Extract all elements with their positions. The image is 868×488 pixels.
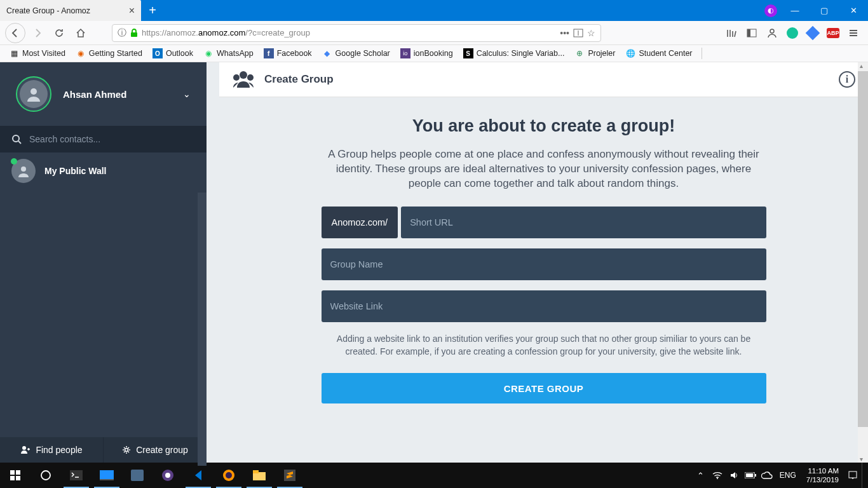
svg-rect-21 [131, 470, 144, 481]
bookmark-label: Facebook [277, 49, 312, 58]
chevron-down-icon[interactable]: ⌄ [183, 89, 191, 99]
taskbar-terminal[interactable] [61, 463, 92, 488]
wifi-icon[interactable] [710, 463, 725, 488]
bookmark-student-center[interactable]: 🌐Student Center [621, 46, 696, 61]
taskbar-firefox[interactable] [214, 463, 244, 488]
globe-icon: 🌐 [625, 48, 635, 58]
bookmark-star-icon[interactable]: ☆ [587, 28, 595, 38]
website-link-input[interactable] [322, 290, 766, 322]
adblock-icon[interactable]: ABP [824, 24, 843, 43]
main-scrollbar[interactable] [858, 62, 868, 463]
container-extension-icon[interactable]: ◐ [761, 0, 780, 21]
back-button[interactable] [5, 23, 25, 43]
svg-point-11 [233, 74, 240, 81]
reader-mode-icon[interactable] [573, 29, 583, 37]
short-url-input[interactable] [401, 207, 766, 238]
tray-chevron-icon[interactable]: ⌃ [693, 463, 709, 488]
start-button[interactable] [0, 463, 31, 488]
svg-rect-20 [100, 479, 114, 480]
bookmark-label: Most Visited [22, 49, 65, 58]
minimize-button[interactable]: — [780, 0, 810, 21]
taskbar-clock[interactable]: 11:10 AM 7/13/2019 [801, 466, 844, 485]
svg-point-5 [31, 88, 37, 95]
taskbar-sublime[interactable] [275, 463, 305, 488]
form-title: You are about to create a group! [322, 116, 766, 136]
sidebar-footer: Find people Create group [0, 437, 207, 463]
svg-rect-15 [10, 476, 15, 480]
bookmarks-bar: ▦Most Visited ◉Getting Started OOutlook … [0, 45, 868, 62]
bookmark-getting-started[interactable]: ◉Getting Started [72, 46, 146, 61]
bookmark-scholar[interactable]: ◆Google Scholar [318, 46, 394, 61]
new-tab-button[interactable]: + [141, 0, 164, 21]
url-bar[interactable]: ⓘ https://anomoz.anomoz.com/?c=create_gr… [112, 24, 601, 42]
menu-icon[interactable] [844, 24, 863, 43]
sidebar-icon[interactable] [742, 24, 761, 43]
taskbar-explorer[interactable] [244, 463, 275, 488]
grammarly-icon[interactable] [783, 24, 802, 43]
search-contacts-row [0, 126, 207, 152]
cortana-button[interactable] [31, 463, 61, 488]
account-icon[interactable] [763, 24, 782, 43]
onedrive-icon[interactable] [759, 463, 775, 488]
svg-point-8 [22, 446, 26, 450]
create-group-form: You are about to create a group! A Group… [302, 116, 785, 403]
url-prefix-label: Anomoz.com/ [322, 207, 398, 238]
contact-avatar [11, 159, 36, 183]
clock-date: 7/13/2019 [806, 475, 839, 484]
svg-rect-33 [849, 471, 857, 478]
taskbar-app2[interactable] [122, 463, 153, 488]
battery-icon[interactable] [743, 463, 758, 488]
close-tab-icon[interactable]: × [129, 5, 135, 17]
browser-tab[interactable]: Create Group - Anomoz × [0, 0, 141, 21]
bookmark-separator [702, 48, 702, 59]
bookmark-ionbooking[interactable]: ioionBooking [397, 46, 457, 61]
bookmark-label: Projeler [588, 49, 615, 58]
find-people-button[interactable]: Find people [0, 437, 104, 463]
maximize-button[interactable]: ▢ [810, 0, 839, 21]
create-group-button[interactable]: CREATE GROUP [322, 373, 766, 403]
profile-row[interactable]: Ahsan Ahmed ⌄ [0, 62, 207, 126]
library-icon[interactable] [722, 24, 741, 43]
notifications-icon[interactable] [845, 463, 860, 488]
create-group-nav-button[interactable]: Create group [104, 437, 207, 463]
create-group-nav-label: Create group [136, 445, 188, 455]
bookmark-facebook[interactable]: fFacebook [260, 46, 316, 61]
bookmark-outlook[interactable]: OOutlook [149, 46, 197, 61]
window-titlebar: Create Group - Anomoz × + ◐ — ▢ ✕ [0, 0, 868, 21]
grid-icon: ▦ [9, 48, 19, 58]
bookmark-whatsapp[interactable]: ◉WhatsApp [200, 46, 257, 61]
info-icon[interactable]: i [839, 71, 855, 88]
projeler-icon: ⊕ [574, 48, 585, 58]
svg-rect-27 [253, 470, 259, 473]
svg-rect-0 [131, 32, 137, 37]
bookmark-calculus[interactable]: SCalculus: Single Variab... [459, 46, 569, 61]
volume-icon[interactable] [726, 463, 742, 488]
more-actions-icon[interactable]: ••• [560, 28, 569, 38]
url-text: https://anomoz.anomoz.com/?c=create_grou… [142, 28, 310, 37]
svg-point-29 [717, 478, 718, 479]
forward-button[interactable] [28, 24, 47, 43]
close-window-button[interactable]: ✕ [839, 0, 868, 21]
svg-point-4 [770, 29, 774, 33]
taskbar-vscode[interactable] [183, 463, 214, 488]
bookmark-label: Student Center [639, 49, 692, 58]
group-name-input[interactable] [322, 248, 766, 280]
bookmark-projeler[interactable]: ⊕Projeler [571, 46, 619, 61]
bookmark-label: Google Scholar [336, 49, 390, 58]
svg-point-9 [125, 449, 128, 452]
show-desktop-button[interactable] [862, 463, 865, 488]
sidebar-scrollbar[interactable] [198, 193, 207, 466]
bookmark-most-visited[interactable]: ▦Most Visited [5, 46, 69, 61]
outlook-icon: O [153, 48, 163, 58]
taskbar-app3[interactable] [153, 463, 183, 488]
home-button[interactable] [71, 24, 90, 43]
language-indicator[interactable]: ENG [776, 471, 800, 480]
taskbar-app1[interactable] [92, 463, 122, 488]
search-contacts-input[interactable] [29, 134, 195, 144]
reload-button[interactable] [50, 24, 69, 43]
site-info-icon[interactable]: ⓘ [118, 27, 126, 39]
facebook-icon: f [264, 48, 274, 58]
user-name: Ahsan Ahmed [63, 89, 172, 100]
extension-icon[interactable] [803, 24, 822, 43]
contact-public-wall[interactable]: My Public Wall [0, 152, 207, 189]
